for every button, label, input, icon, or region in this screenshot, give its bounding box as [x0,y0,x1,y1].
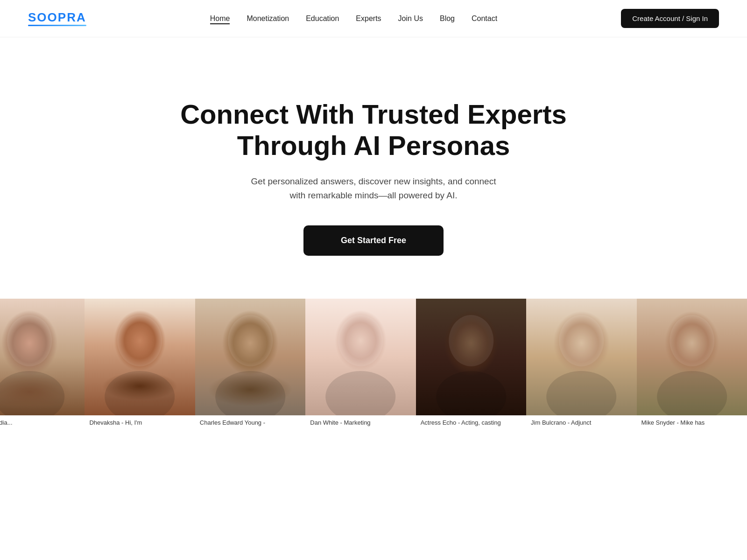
nav-item-join-us[interactable]: Join Us [398,14,423,23]
nav-item-home[interactable]: Home [210,14,230,23]
svg-point-9 [436,371,506,415]
nav-item-experts[interactable]: Experts [356,14,381,23]
logo-underline [28,25,86,26]
expert-card-2[interactable]: Dhevaksha - Hi, I'm [85,299,195,428]
expert-photo-7 [637,299,747,415]
expert-card-6[interactable]: Jim Bulcrano - Adjunct [526,299,636,428]
nav-item-contact[interactable]: Contact [472,14,497,23]
nav-link-home[interactable]: Home [210,14,230,24]
expert-photo-1 [0,299,85,415]
svg-point-3 [105,371,175,415]
expert-card-7[interactable]: Mike Snyder - Mike has [637,299,747,428]
nav-item-blog[interactable]: Blog [440,14,455,23]
svg-point-8 [449,315,493,366]
nav-link-education[interactable]: Education [306,14,339,22]
expert-card-4[interactable]: Dan White - Marketing [305,299,416,428]
svg-point-1 [0,371,64,415]
svg-point-7 [325,371,395,415]
experts-grid: ey - Media...Dhevaksha - Hi, I'mCharles … [0,299,747,428]
expert-caption-1: ey - Media... [0,415,85,428]
navbar: SOOPRA Home Monetization Education Exper… [0,0,747,37]
expert-caption-2: Dhevaksha - Hi, I'm [85,415,195,428]
expert-caption-6: Jim Bulcrano - Adjunct [526,415,636,428]
svg-point-0 [7,315,52,366]
nav-link-join-us[interactable]: Join Us [398,14,423,22]
expert-photo-4 [305,299,416,415]
nav-item-education[interactable]: Education [306,14,339,23]
hero-subtitle: Get personalized answers, discover new i… [243,175,504,203]
svg-point-12 [669,315,714,366]
expert-photo-5 [416,299,526,415]
hero-title: Connect With Trusted Experts Through AI … [163,99,584,161]
nav-link-contact[interactable]: Contact [472,14,497,22]
experts-section: ey - Media...Dhevaksha - Hi, I'mCharles … [0,299,747,428]
svg-point-6 [338,315,383,366]
nav-item-monetization[interactable]: Monetization [247,14,289,23]
svg-point-11 [546,371,616,415]
svg-point-5 [215,371,285,415]
expert-caption-7: Mike Snyder - Mike has [637,415,747,428]
expert-card-3[interactable]: Charles Edward Young - [195,299,305,428]
nav-link-blog[interactable]: Blog [440,14,455,22]
expert-caption-3: Charles Edward Young - [195,415,305,428]
expert-photo-3 [195,299,305,415]
expert-card-5[interactable]: Actress Echo - Acting, casting [416,299,526,428]
get-started-button[interactable]: Get Started Free [303,225,444,256]
expert-caption-5: Actress Echo - Acting, casting [416,415,526,428]
expert-photo-2 [85,299,195,415]
hero-section: Connect With Trusted Experts Through AI … [0,37,747,299]
svg-point-2 [118,315,162,366]
nav-link-monetization[interactable]: Monetization [247,14,289,22]
logo[interactable]: SOOPRA [28,11,86,26]
nav-links: Home Monetization Education Experts Join… [210,14,497,23]
svg-point-13 [657,371,727,415]
logo-text: SOOPRA [28,11,86,23]
expert-card-1[interactable]: ey - Media... [0,299,85,428]
svg-point-10 [559,315,604,366]
expert-photo-6 [526,299,636,415]
expert-caption-4: Dan White - Marketing [305,415,416,428]
nav-link-experts[interactable]: Experts [356,14,381,22]
svg-point-4 [228,315,273,366]
create-account-button[interactable]: Create Account / Sign In [621,9,719,28]
